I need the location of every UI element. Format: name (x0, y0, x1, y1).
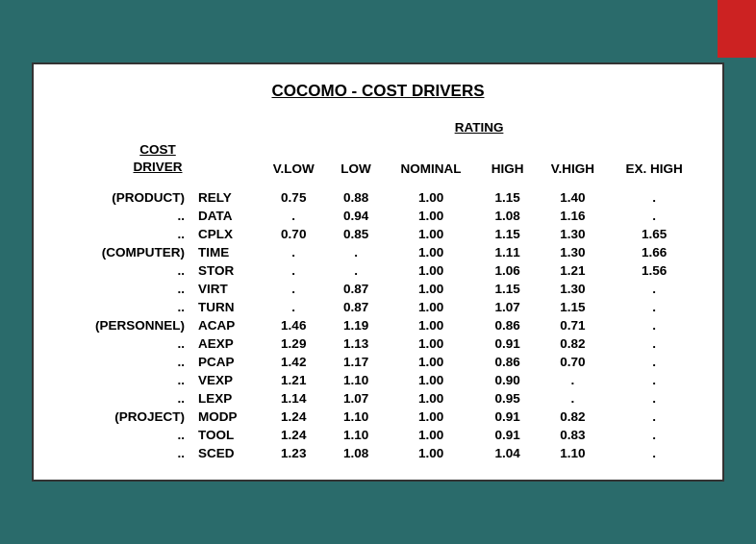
vhigh-cell: 1.10 (537, 444, 609, 462)
vhigh-cell: 1.30 (537, 243, 609, 261)
vlow-cell: 0.75 (259, 188, 328, 207)
nominal-cell: 1.00 (384, 207, 479, 225)
low-cell: 1.19 (328, 316, 383, 334)
category-cell: .. (57, 444, 192, 462)
table-row: ..DATA.0.941.001.081.16. (57, 207, 699, 225)
driver-cell: DATA (192, 207, 259, 225)
nominal-cell: 1.00 (384, 298, 479, 316)
table-row: ..SCED1.231.081.001.041.10. (57, 444, 699, 462)
high-cell: 1.15 (478, 225, 536, 243)
high-cell: 0.91 (478, 408, 536, 426)
vhigh-cell: 0.71 (537, 316, 609, 334)
nominal-cell: 1.00 (384, 188, 479, 207)
low-cell: . (328, 261, 383, 280)
vlow-cell: 1.23 (259, 444, 328, 462)
table-row: ..TURN.0.871.001.071.15. (57, 298, 699, 316)
vhigh-cell: 1.16 (537, 207, 609, 225)
driver-cell: TOOL (192, 426, 259, 444)
category-cell: .. (57, 225, 192, 243)
nominal-cell: 1.00 (384, 225, 479, 243)
category-cell: .. (57, 334, 192, 353)
nominal-header: NOMINAL (384, 138, 479, 178)
driver-cell: CPLX (192, 225, 259, 243)
exhigh-cell: . (609, 188, 699, 207)
vhigh-cell: 0.82 (537, 408, 609, 426)
category-cell: (PROJECT) (57, 408, 192, 426)
driver-cell: STOR (192, 261, 259, 280)
table-row: ..TOOL1.241.101.000.910.83. (57, 426, 699, 444)
nominal-cell: 1.00 (384, 353, 479, 371)
low-header: LOW (328, 138, 383, 178)
nominal-cell: 1.00 (384, 408, 479, 426)
high-cell: 0.91 (478, 334, 536, 353)
vlow-cell: 1.42 (259, 353, 328, 371)
vlow-cell: 1.24 (259, 408, 328, 426)
nominal-cell: 1.00 (384, 371, 479, 389)
driver-cell: MODP (192, 408, 259, 426)
high-cell: 1.06 (478, 261, 536, 280)
category-cell: .. (57, 426, 192, 444)
nominal-cell: 1.00 (384, 280, 479, 298)
nominal-cell: 1.00 (384, 389, 479, 408)
vlow-cell: . (259, 261, 328, 280)
low-cell: 0.85 (328, 225, 383, 243)
high-cell: 1.08 (478, 207, 536, 225)
low-cell: 0.87 (328, 298, 383, 316)
driver-cell: SCED (192, 444, 259, 462)
vlow-cell: 1.14 (259, 389, 328, 408)
nominal-cell: 1.00 (384, 316, 479, 334)
low-cell: 1.07 (328, 389, 383, 408)
nominal-cell: 1.00 (384, 243, 479, 261)
table-row: (PROJECT)MODP1.241.101.000.910.82. (57, 408, 699, 426)
low-cell: 0.88 (328, 188, 383, 207)
vlow-cell: 1.24 (259, 426, 328, 444)
table-row: (COMPUTER)TIME..1.001.111.301.66 (57, 243, 699, 261)
vhigh-cell: 1.21 (537, 261, 609, 280)
rating-header: RATING (259, 118, 699, 138)
category-cell: .. (57, 261, 192, 280)
high-cell: 1.15 (478, 188, 536, 207)
vhigh-cell: 0.83 (537, 426, 609, 444)
low-cell: 1.10 (328, 371, 383, 389)
cost-driver-header: COST DRIVER (57, 138, 259, 178)
vhigh-cell: . (537, 389, 609, 408)
main-panel: COCOMO - COST DRIVERS RATING COST DRIVER… (32, 62, 724, 481)
exhigh-cell: . (609, 353, 699, 371)
vlow-header: V.LOW (259, 138, 328, 178)
driver-cell: RELY (192, 188, 259, 207)
vhigh-cell: 0.82 (537, 334, 609, 353)
driver-cell: LEXP (192, 389, 259, 408)
high-cell: 1.04 (478, 444, 536, 462)
low-cell: 1.10 (328, 408, 383, 426)
high-cell: 1.11 (478, 243, 536, 261)
table-row: ..VEXP1.211.101.000.90.. (57, 371, 699, 389)
table-row: ..LEXP1.141.071.000.95.. (57, 389, 699, 408)
low-cell: 1.17 (328, 353, 383, 371)
vhigh-header: V.HIGH (537, 138, 609, 178)
exhigh-cell: . (609, 298, 699, 316)
driver-cell: TURN (192, 298, 259, 316)
vlow-cell: 0.70 (259, 225, 328, 243)
high-cell: 0.86 (478, 353, 536, 371)
high-cell: 0.91 (478, 426, 536, 444)
high-cell: 0.95 (478, 389, 536, 408)
exhigh-cell: . (609, 316, 699, 334)
exhigh-cell: . (609, 444, 699, 462)
low-cell: 0.87 (328, 280, 383, 298)
high-cell: 0.86 (478, 316, 536, 334)
vlow-cell: . (259, 243, 328, 261)
category-cell: .. (57, 298, 192, 316)
exhigh-cell: 1.56 (609, 261, 699, 280)
vlow-cell: . (259, 280, 328, 298)
low-cell: 1.13 (328, 334, 383, 353)
category-cell: (COMPUTER) (57, 243, 192, 261)
vhigh-cell: 0.70 (537, 353, 609, 371)
driver-cell: AEXP (192, 334, 259, 353)
exhigh-cell: . (609, 207, 699, 225)
driver-cell: VIRT (192, 280, 259, 298)
vhigh-cell: 1.30 (537, 225, 609, 243)
low-cell: 1.10 (328, 426, 383, 444)
table-row: ..VIRT.0.871.001.151.30. (57, 280, 699, 298)
nominal-cell: 1.00 (384, 261, 479, 280)
nominal-cell: 1.00 (384, 444, 479, 462)
